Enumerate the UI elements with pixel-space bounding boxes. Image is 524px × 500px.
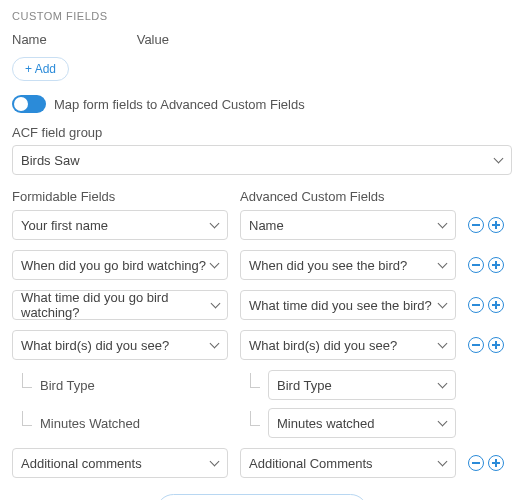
toggle-knob [14,97,28,111]
acf-subfield-select[interactable]: Minutes watched [268,408,456,438]
acf-group-select[interactable]: Birds Saw [12,145,512,175]
remove-row-button[interactable] [468,257,484,273]
map-fields-label: Map form fields to Advanced Custom Field… [54,97,305,112]
chevron-down-icon [209,458,219,468]
add-row-button[interactable] [488,217,504,233]
chevron-down-icon [437,340,447,350]
tree-connector-icon [240,411,262,435]
remove-row-button[interactable] [468,455,484,471]
formidable-field-select[interactable]: Additional comments [12,448,228,478]
map-row: Additional comments Additional Comments [12,448,512,478]
select-value: What bird(s) did you see? [249,338,397,353]
tree-connector-icon [240,373,262,397]
chevron-down-icon [209,260,219,270]
acf-field-select[interactable]: When did you see the bird? [240,250,456,280]
map-row: When did you go bird watching? When did … [12,250,512,280]
select-value: When did you see the bird? [249,258,407,273]
remove-row-button[interactable] [468,337,484,353]
name-label: Name [12,32,47,47]
acf-field-select[interactable]: Name [240,210,456,240]
remove-row-button[interactable] [468,297,484,313]
chevron-down-icon [437,418,447,428]
select-value: Name [249,218,284,233]
add-row-button[interactable] [488,455,504,471]
select-value: What bird(s) did you see? [21,338,169,353]
add-conditional-logic-button[interactable]: Add Conditional Logic [156,494,368,500]
add-row-button[interactable] [488,257,504,273]
add-button-label: + Add [25,62,56,76]
chevron-down-icon [209,340,219,350]
chevron-down-icon [210,300,219,310]
sub-row: Bird Type Bird Type [12,370,512,400]
remove-row-button[interactable] [468,217,484,233]
add-row-button[interactable] [488,297,504,313]
map-row: Your first name Name [12,210,512,240]
select-value: Additional comments [21,456,142,471]
select-value: Minutes watched [277,416,375,431]
formidable-field-select[interactable]: What bird(s) did you see? [12,330,228,360]
chevron-down-icon [209,220,219,230]
sub-row: Minutes Watched Minutes watched [12,408,512,438]
select-value: What time did you see the bird? [249,298,432,313]
chevron-down-icon [493,155,503,165]
formidable-field-select[interactable]: When did you go bird watching? [12,250,228,280]
chevron-down-icon [437,458,447,468]
tree-connector-icon [12,411,34,435]
acf-group-label: ACF field group [12,125,512,140]
acf-field-select[interactable]: Additional Comments [240,448,456,478]
sub-field-label: Minutes Watched [40,416,140,431]
chevron-down-icon [437,260,447,270]
select-value: Additional Comments [249,456,373,471]
add-row-button[interactable] [488,337,504,353]
acf-field-select[interactable]: What bird(s) did you see? [240,330,456,360]
add-button[interactable]: + Add [12,57,69,81]
acf-field-select[interactable]: What time did you see the bird? [240,290,456,320]
chevron-down-icon [437,300,447,310]
select-value: Your first name [21,218,108,233]
formidable-field-select[interactable]: What time did you go bird watching? [12,290,228,320]
chevron-down-icon [437,380,447,390]
acf-subfield-select[interactable]: Bird Type [268,370,456,400]
formidable-field-select[interactable]: Your first name [12,210,228,240]
map-fields-toggle[interactable] [12,95,46,113]
select-value: Bird Type [277,378,332,393]
acf-header: Advanced Custom Fields [240,189,452,204]
map-row: What time did you go bird watching? What… [12,290,512,320]
sub-field-label: Bird Type [40,378,95,393]
name-value-header: Name Value [12,32,512,47]
formidable-header: Formidable Fields [12,189,224,204]
chevron-down-icon [437,220,447,230]
map-row: What bird(s) did you see? What bird(s) d… [12,330,512,360]
select-value: When did you go bird watching? [21,258,206,273]
section-title: CUSTOM FIELDS [12,10,512,22]
value-label: Value [137,32,169,47]
select-value: What time did you go bird watching? [21,290,210,320]
acf-group-value: Birds Saw [21,153,80,168]
tree-connector-icon [12,373,34,397]
